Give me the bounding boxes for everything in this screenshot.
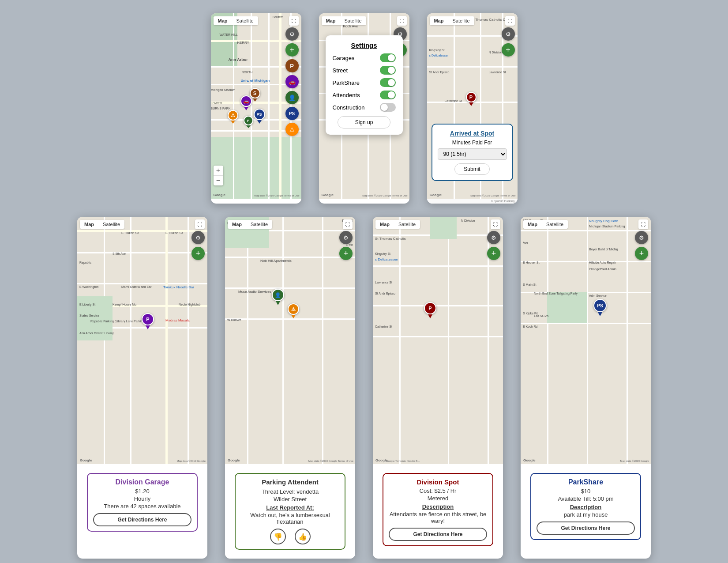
submit-button[interactable]: Submit bbox=[454, 163, 489, 175]
map-tab-bar-7: Map Satellite bbox=[523, 220, 568, 229]
warning-button[interactable]: ⚠ bbox=[285, 123, 299, 136]
map-side-buttons-7: ⚙ + bbox=[635, 231, 648, 260]
map-footer: Map data ©2019 Google Terms of Use bbox=[254, 194, 299, 197]
map-tab-map-7[interactable]: Map bbox=[523, 220, 542, 229]
minutes-label: Minutes Paid For bbox=[438, 140, 507, 146]
map-pin-street: P bbox=[244, 116, 253, 128]
toggle-construction[interactable] bbox=[380, 103, 396, 112]
map-controls-top-2: Map Satellite ⛶ bbox=[319, 16, 409, 26]
map-expand-button-6[interactable]: ⛶ bbox=[491, 219, 500, 229]
map-tab-satellite-5[interactable]: Satellite bbox=[246, 220, 272, 229]
add-button-5[interactable]: + bbox=[339, 247, 353, 260]
map-footer-5: Map data ©2019 Google Terms of Use bbox=[308, 460, 353, 462]
settings-label-parkshare: ParkShare bbox=[333, 79, 360, 86]
map-expand-button-4[interactable]: ⛶ bbox=[195, 219, 205, 229]
map-tab-satellite[interactable]: Satellite bbox=[232, 16, 258, 25]
get-directions-button-6[interactable]: Get Directions Here bbox=[389, 528, 487, 541]
toggle-garages[interactable] bbox=[380, 53, 396, 62]
map-controls-top-5: Map Satellite ⛶ bbox=[225, 219, 355, 229]
settings-button-3[interactable]: ⚙ bbox=[502, 27, 515, 41]
map-bg-7: 828 Greene St University Naughty Dog Caf… bbox=[521, 217, 651, 464]
attendent-street: Wilder Street bbox=[241, 496, 339, 503]
map-expand-button-3[interactable]: ⛶ bbox=[505, 16, 515, 26]
toggle-attendents[interactable] bbox=[380, 91, 396, 99]
parking-attendent-card: Parking Attendent Threat Level: vendetta… bbox=[235, 473, 345, 550]
map-tab-map[interactable]: Map bbox=[214, 16, 232, 25]
add-button[interactable]: + bbox=[285, 43, 299, 57]
car-button[interactable]: 🚗 bbox=[285, 75, 299, 88]
thumbs-down-button[interactable]: 👎 bbox=[270, 529, 286, 544]
warning-pin-5: ⚠ bbox=[288, 303, 299, 318]
map-bg-5: Koch Ave Nob Hill Apartments Muse Audio … bbox=[225, 217, 355, 464]
arrived-title: Arrived at Spot bbox=[438, 130, 507, 137]
republic-parking-label: Republic Parking bbox=[427, 199, 518, 204]
screen-parkshare: 828 Greene St University Naughty Dog Caf… bbox=[521, 217, 651, 559]
minutes-select[interactable]: 90 (1.5hr) bbox=[438, 148, 507, 160]
toggle-street[interactable] bbox=[380, 66, 396, 75]
division-spot-title: Division Spot bbox=[389, 478, 487, 486]
map-tab-satellite-3[interactable]: Satellite bbox=[448, 16, 474, 25]
settings-label-street: Street bbox=[333, 67, 348, 74]
map-side-buttons-5: ⚙ + bbox=[339, 231, 353, 260]
map-controls-top-6: Map Satellite ⛶ bbox=[373, 219, 503, 229]
map-side-buttons-6: ⚙ + bbox=[487, 231, 500, 260]
settings-title: Settings bbox=[333, 42, 396, 49]
add-button-3[interactable]: + bbox=[502, 43, 515, 57]
ps-button[interactable]: PS bbox=[285, 107, 299, 120]
division-garage-price: $1.20 bbox=[93, 488, 191, 495]
map-expand-button[interactable]: ⛶ bbox=[289, 16, 299, 26]
parking-p-button[interactable]: P bbox=[285, 59, 299, 72]
thumbs-up-button[interactable]: 👍 bbox=[295, 529, 311, 544]
zoom-in-button[interactable]: + bbox=[214, 166, 223, 175]
division-spot-description: Attendants are fierce on this street, be… bbox=[389, 511, 487, 524]
map-pin-ps: PS bbox=[254, 109, 265, 124]
map-expand-button-5[interactable]: ⛶ bbox=[343, 219, 353, 229]
map-tab-map-4[interactable]: Map bbox=[80, 220, 98, 229]
settings-row-street: Street bbox=[333, 66, 396, 75]
map-tab-map-5[interactable]: Map bbox=[228, 220, 246, 229]
get-directions-button-4[interactable]: Get Directions Here bbox=[93, 513, 191, 526]
settings-button-4[interactable]: ⚙ bbox=[191, 231, 205, 244]
map-tab-satellite-6[interactable]: Satellite bbox=[394, 220, 420, 229]
main-container: KERRY Ann Arbor WATER HILL Michigan Stad… bbox=[20, 0, 708, 563]
map-tab-satellite-7[interactable]: Satellite bbox=[542, 220, 568, 229]
map-tab-bar: Map Satellite bbox=[214, 16, 258, 25]
map-tab-map-3[interactable]: Map bbox=[430, 16, 448, 25]
screen-settings: Koch Ave Nob Hill Apartments W Davis Ave… bbox=[319, 13, 409, 204]
arrived-modal: Arrived at Spot Minutes Paid For 90 (1.5… bbox=[432, 124, 513, 181]
map-tab-satellite-2[interactable]: Satellite bbox=[340, 16, 366, 25]
map-tab-bar-2: Map Satellite bbox=[322, 16, 366, 25]
get-directions-button-7[interactable]: Get Directions Here bbox=[537, 521, 635, 535]
settings-button-7[interactable]: ⚙ bbox=[635, 231, 648, 244]
map-controls-top-4: Map Satellite ⛶ bbox=[77, 219, 207, 229]
map-expand-button-2[interactable]: ⛶ bbox=[397, 16, 407, 26]
parkshare-price: $10 bbox=[537, 488, 635, 495]
settings-row-parkshare: ParkShare bbox=[333, 78, 396, 87]
settings-button[interactable]: ⚙ bbox=[285, 27, 299, 41]
toggle-parkshare[interactable] bbox=[380, 78, 396, 87]
settings-button-6[interactable]: ⚙ bbox=[487, 231, 500, 244]
parkshare-pin: PS bbox=[593, 299, 607, 316]
settings-row-attendents: Attendents bbox=[333, 91, 396, 99]
threat-level: Threat Level: vendetta bbox=[241, 488, 339, 495]
map-tab-map-2[interactable]: Map bbox=[322, 16, 340, 25]
person-button[interactable]: 👤 bbox=[285, 91, 299, 104]
screen-arrived: St Thomas Catholic Church Kingsley St s … bbox=[427, 13, 518, 204]
signup-button[interactable]: Sign up bbox=[338, 116, 390, 128]
add-button-4[interactable]: + bbox=[191, 247, 205, 260]
map-tab-satellite-4[interactable]: Satellite bbox=[98, 220, 124, 229]
parking-attendent-card-wrapper: Parking Attendent Threat Level: vendetta… bbox=[225, 464, 355, 559]
map-tab-bar-4: Map Satellite bbox=[80, 220, 124, 229]
map-expand-button-7[interactable]: ⛶ bbox=[638, 219, 648, 229]
map-footer-4: Map data ©2019 Google bbox=[177, 460, 206, 462]
map-footer-6: Google Tomukuk Noodle B... bbox=[386, 460, 501, 462]
settings-label-attendents: Attendents bbox=[333, 92, 360, 98]
settings-label-garages: Garages bbox=[333, 55, 355, 61]
add-button-7[interactable]: + bbox=[635, 247, 648, 260]
map-tab-map-6[interactable]: Map bbox=[375, 220, 394, 229]
zoom-out-button[interactable]: − bbox=[214, 176, 223, 185]
add-button-6[interactable]: + bbox=[487, 247, 500, 260]
google-logo-7: Google bbox=[523, 458, 536, 462]
map-footer-3: Map data ©2019 Google Terms of Use bbox=[470, 194, 515, 197]
settings-button-5[interactable]: ⚙ bbox=[339, 231, 353, 244]
